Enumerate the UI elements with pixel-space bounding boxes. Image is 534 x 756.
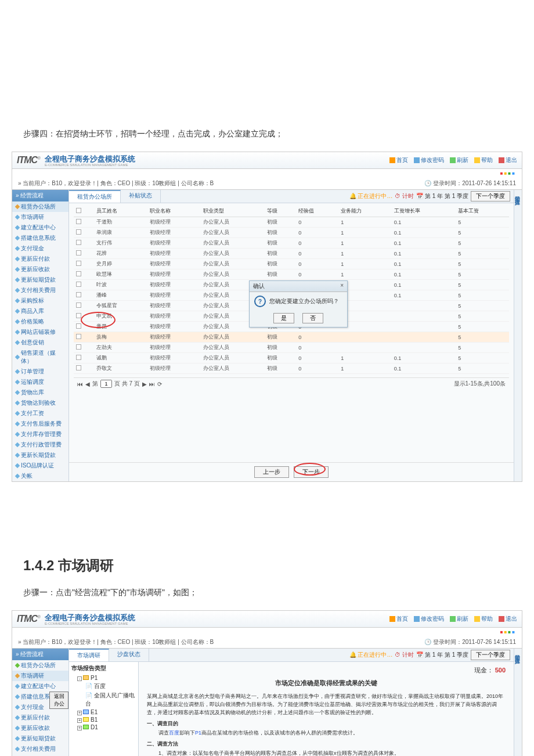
step1-text: 步骤一：点击"经营流程"下的"市场调研"，如图； xyxy=(23,585,511,600)
exit-link[interactable]: 退出 xyxy=(499,156,517,164)
refresh-link[interactable]: 刷新 xyxy=(450,156,468,164)
pager-last-icon[interactable]: ⏭ xyxy=(149,381,155,387)
back-office-button[interactable]: 返回办公 xyxy=(49,692,68,709)
status-line: » 当前用户：B10，欢迎登录！| 角色：CEO | 班级：10教师组 | 公司… xyxy=(18,179,214,188)
home-link[interactable]: 首页 xyxy=(389,615,408,623)
next-quarter-button[interactable]: 下一个季度 xyxy=(471,650,510,660)
sidebar-item-1[interactable]: 市场调研 xyxy=(12,212,68,222)
next-step-button[interactable]: 下一步 xyxy=(294,466,329,478)
sidebar: » 经营流程 租赁办公场所市场调研建立配送中心搭建信息系统支付现金更新应付款更新… xyxy=(12,649,69,756)
cash-display: 现金： 500 xyxy=(147,665,506,676)
table-row[interactable]: 史月婷初级经理办公室人员初级010.15 xyxy=(74,259,509,269)
tab-market-research[interactable]: 市场调研 xyxy=(69,649,109,661)
sidebar-item-3[interactable]: 搭建信息系统 xyxy=(12,233,68,243)
sidebar-item-10[interactable]: 商品入库 xyxy=(12,306,68,316)
sidebar-item-2[interactable]: 建立配送中心 xyxy=(12,222,68,233)
table-row[interactable]: 支行伟初级经理办公室人员初级010.15 xyxy=(74,238,509,249)
table-row[interactable]: 单润康初级经理办公室人员初级010.15 xyxy=(74,228,509,238)
color-dots: ■■■■ xyxy=(500,171,516,176)
pager-prev-icon[interactable]: ◀ xyxy=(85,381,90,387)
sidebar-item-18[interactable]: 货物达到验收 xyxy=(12,398,68,408)
app-subtitle: E-COMMERCE SIMULATION MANAGEMENT GAME xyxy=(45,163,135,167)
table-row[interactable]: 乔敬文初级经理办公室人员初级010.15 xyxy=(74,363,509,374)
prev-step-button[interactable]: 上一步 xyxy=(254,466,289,478)
tab-rent-office[interactable]: 租赁办公场所 xyxy=(69,190,121,203)
table-row[interactable]: 花辨初级经理办公室人员初级010.15 xyxy=(74,249,509,259)
app-screenshot-2: ITMC® 全程电子商务沙盘模拟系统 E-COMMERCE SIMULATION… xyxy=(12,610,522,756)
sidebar-item-9[interactable]: 采购投标 xyxy=(12,296,68,306)
pager-total: 显示1-15条,共100条 xyxy=(454,380,506,388)
baidu-link[interactable]: 百度 xyxy=(169,730,179,736)
dialog-no-button[interactable]: 否 xyxy=(302,313,323,323)
section-heading: 1.4.2 市场调研 xyxy=(23,556,511,575)
dialog-yes-button[interactable]: 是 xyxy=(273,313,294,323)
table-row[interactable]: 干道勤初级经理办公室人员初级010.15 xyxy=(74,217,509,228)
pager-refresh-icon[interactable]: ⟳ xyxy=(157,381,162,387)
pager-first-icon[interactable]: ⏮ xyxy=(77,381,83,387)
sidebar-item-21[interactable]: 支付库存管理费 xyxy=(12,429,68,440)
sidebar-item-0[interactable]: 租赁办公场所 xyxy=(12,660,68,671)
sidebar-item-15[interactable]: 订单管理 xyxy=(12,366,68,377)
sidebar-item-6[interactable]: 更新应收款 xyxy=(12,264,68,275)
table-row[interactable]: 欧慧琳初级经理办公室人员初级010.15 xyxy=(74,269,509,280)
period-label: 📅 第 1 年 第 1 季度 xyxy=(416,192,468,200)
sidebar: » 经营流程 租赁办公场所市场调研建立配送中心搭建信息系统支付现金更新应付款更新… xyxy=(12,190,69,481)
sidebar-item-5[interactable]: 更新应付款 xyxy=(12,712,68,723)
sidebar-item-24[interactable]: ISO品牌认证 xyxy=(12,460,68,471)
sidebar-item-4[interactable]: 支付现金 xyxy=(12,243,68,254)
tree-node-radio[interactable]: 📄 全国人民广播电台 xyxy=(71,691,136,708)
table-row[interactable]: 左劲夫初级经理办公室人员初级05 xyxy=(74,343,509,353)
table-row[interactable]: 诚鹏初级经理办公室人员初级010.15 xyxy=(74,353,509,363)
pager-next-icon[interactable]: ▶ xyxy=(142,381,147,387)
sidebar-item-19[interactable]: 支付工资 xyxy=(12,408,68,419)
sidebar-item-14[interactable]: 销售渠道（媒体） xyxy=(12,348,68,366)
sidebar-item-22[interactable]: 支付行政管理费 xyxy=(12,440,68,450)
sidebar-item-7[interactable]: 更新短期贷款 xyxy=(12,733,68,744)
refresh-link[interactable]: 刷新 xyxy=(450,615,468,623)
dialog-close-icon[interactable]: × xyxy=(340,282,344,290)
sidebar-item-13[interactable]: 创意促销 xyxy=(12,337,68,348)
article-title: 市场定位准确是取得经营成果的关键 xyxy=(147,678,506,689)
pager-page-input[interactable] xyxy=(100,380,112,388)
table-row[interactable]: 羡梅初级经理办公室人员初级05 xyxy=(74,332,509,343)
tree-node-p1[interactable]: -P1 xyxy=(71,674,136,682)
sidebar-item-23[interactable]: 更新长期贷款 xyxy=(12,450,68,460)
sidebar-item-6[interactable]: 更新应收款 xyxy=(12,723,68,733)
sidebar-item-12[interactable]: 网站店铺装修 xyxy=(12,327,68,337)
dialog-title: 确认 xyxy=(253,282,265,290)
tab-subsidy-status[interactable]: 补贴状态 xyxy=(121,190,161,203)
sidebar-item-1[interactable]: 市场调研 xyxy=(12,671,68,681)
login-time: 🕒 登录时间：2011-07-26 14:15:11 xyxy=(424,179,516,188)
home-link[interactable]: 首页 xyxy=(389,156,408,164)
app-header: ITMC® 全程电子商务沙盘模拟系统 E-COMMERCE SIMULATION… xyxy=(12,611,522,628)
sidebar-item-8[interactable]: 支付相关费用 xyxy=(12,744,68,754)
tree-node-b1[interactable]: +B1 xyxy=(71,716,136,723)
tree-node-baidu[interactable]: 📄 百度 xyxy=(71,682,136,691)
tab-sandbox-status[interactable]: 沙盘状态 xyxy=(109,649,149,661)
change-password-link[interactable]: 修改密码 xyxy=(414,615,444,623)
sidebar-item-20[interactable]: 支付售后服务费 xyxy=(12,419,68,429)
help-link[interactable]: 帮助 xyxy=(474,156,493,164)
logo: ITMC® xyxy=(17,155,40,165)
sidebar-item-11[interactable]: 价格策略 xyxy=(12,316,68,327)
change-password-link[interactable]: 修改密码 xyxy=(414,156,444,164)
next-quarter-button[interactable]: 下一个季度 xyxy=(471,191,510,201)
help-link[interactable]: 帮助 xyxy=(474,615,493,623)
running-indicator: 🔔 正在进行中… xyxy=(349,192,393,200)
sidebar-item-7[interactable]: 更新短期贷款 xyxy=(12,275,68,285)
confirm-dialog: 确认× ?您确定要建立办公场所吗？ 是 否 xyxy=(249,280,348,327)
sidebar-item-17[interactable]: 货物出库 xyxy=(12,387,68,398)
logo: ITMC® xyxy=(17,614,40,624)
sidebar-item-8[interactable]: 支付相关费用 xyxy=(12,285,68,296)
tree-node-d1[interactable]: +D1 xyxy=(71,723,136,731)
sidebar-item-16[interactable]: 运输调度 xyxy=(12,377,68,387)
sidebar-head: » 经营流程 xyxy=(12,190,68,201)
sidebar-item-5[interactable]: 更新应付款 xyxy=(12,254,68,264)
p1-link[interactable]: P1 xyxy=(195,730,201,736)
exit-link[interactable]: 退出 xyxy=(499,615,517,623)
sidebar-item-0[interactable]: 租赁办公场所 xyxy=(12,201,68,212)
tree-node-e1[interactable]: +E1 xyxy=(71,708,136,716)
sidebar-item-2[interactable]: 建立配送中心 xyxy=(12,681,68,692)
sidebar-item-25[interactable]: 关帐 xyxy=(12,471,68,481)
step4-text: 步骤四：在招贤纳士环节，招聘一个经理，点击完成，办公室建立完成； xyxy=(23,127,511,141)
